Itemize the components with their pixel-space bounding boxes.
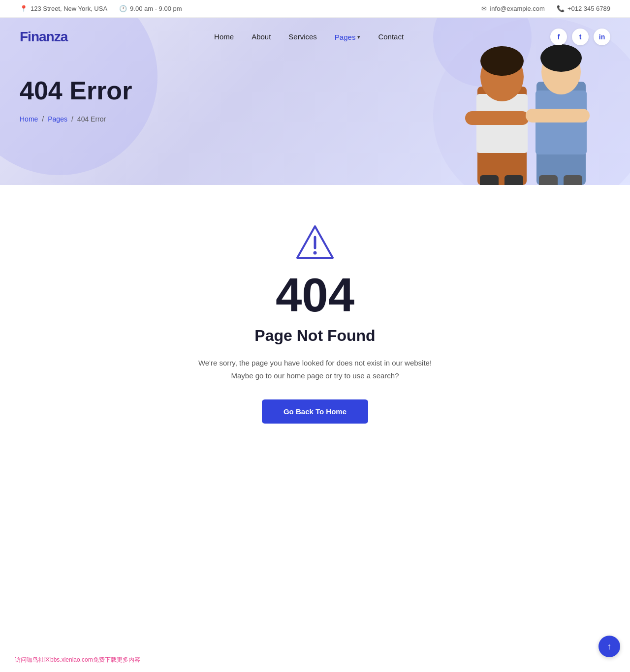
nav-item-pages[interactable]: Pages ▾	[335, 33, 361, 41]
navbar: Finanza Home About Services Pages ▾ Cont…	[20, 18, 610, 56]
address-item: 📍 123 Street, New York, USA	[20, 5, 107, 12]
svg-rect-14	[564, 175, 582, 185]
email-text: info@example.com	[490, 5, 544, 12]
error-title: Page Not Found	[20, 327, 610, 345]
nav-item-home[interactable]: Home	[214, 32, 234, 41]
linkedin-button[interactable]: in	[594, 29, 610, 45]
email-item[interactable]: ✉ info@example.com	[481, 5, 544, 12]
breadcrumb-pages[interactable]: Pages	[48, 115, 67, 123]
nav-item-about[interactable]: About	[252, 32, 271, 41]
hero-section: Finanza Home About Services Pages ▾ Cont…	[0, 18, 630, 185]
hours-text: 9.00 am - 9.00 pm	[130, 5, 182, 12]
phone-text: +012 345 6789	[567, 5, 610, 12]
warning-triangle-icon	[295, 224, 335, 260]
error-desc-line1: We're sorry, the page you have looked fo…	[20, 357, 610, 369]
location-icon: 📍	[20, 5, 28, 12]
svg-rect-7	[504, 175, 523, 185]
svg-rect-13	[539, 175, 558, 185]
breadcrumb-current: 404 Error	[77, 115, 106, 123]
breadcrumb-home[interactable]: Home	[20, 115, 38, 123]
hero-content: 404 Error Home / Pages / 404 Error	[20, 56, 610, 153]
breadcrumb-sep-2: /	[71, 115, 73, 123]
chevron-down-icon: ▾	[357, 34, 360, 40]
email-icon: ✉	[481, 5, 487, 12]
error-desc-line2: Maybe go to our home page or try to use …	[20, 369, 610, 382]
social-icons: f t in	[550, 29, 610, 45]
twitter-button[interactable]: t	[572, 29, 589, 45]
top-bar-right: ✉ info@example.com 📞 +012 345 6789	[481, 5, 610, 12]
facebook-button[interactable]: f	[550, 29, 567, 45]
top-bar-left: 📍 123 Street, New York, USA 🕐 9.00 am - …	[20, 5, 182, 12]
back-to-home-button[interactable]: Go Back To Home	[262, 399, 368, 424]
nav-link-about[interactable]: About	[252, 32, 271, 41]
phone-icon: 📞	[557, 5, 565, 12]
error-description: We're sorry, the page you have looked fo…	[20, 357, 610, 382]
nav-link-home[interactable]: Home	[214, 32, 234, 41]
svg-rect-6	[480, 175, 499, 185]
breadcrumb: Home / Pages / 404 Error	[20, 115, 610, 123]
nav-item-services[interactable]: Services	[288, 32, 317, 41]
clock-icon: 🕐	[119, 5, 127, 12]
nav-link-pages[interactable]: Pages ▾	[335, 33, 361, 41]
site-logo[interactable]: Finanza	[20, 29, 67, 45]
hours-item: 🕐 9.00 am - 9.00 pm	[119, 5, 182, 12]
error-number: 404	[20, 272, 610, 319]
warning-icon-wrapper	[20, 224, 610, 260]
nav-link-services[interactable]: Services	[288, 32, 317, 41]
breadcrumb-sep-1: /	[42, 115, 44, 123]
nav-links: Home About Services Pages ▾ Contact	[214, 32, 404, 41]
main-content: 404 Page Not Found We're sorry, the page…	[0, 185, 630, 483]
top-bar: 📍 123 Street, New York, USA 🕐 9.00 am - …	[0, 0, 630, 18]
phone-item[interactable]: 📞 +012 345 6789	[557, 5, 610, 12]
svg-point-17	[314, 251, 317, 255]
address-text: 123 Street, New York, USA	[31, 5, 107, 12]
hero-title: 404 Error	[20, 76, 610, 105]
nav-item-contact[interactable]: Contact	[378, 32, 404, 41]
nav-link-contact[interactable]: Contact	[378, 32, 404, 41]
